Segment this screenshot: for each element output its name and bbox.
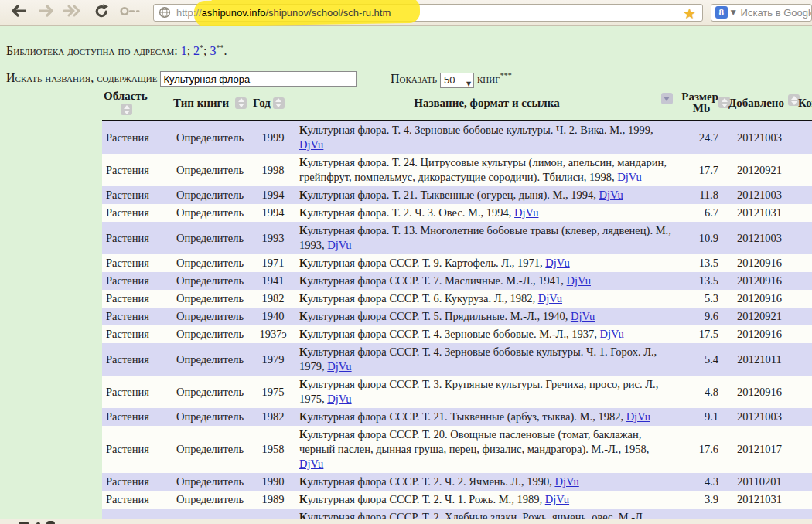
djvu-link[interactable]: DjVu xyxy=(327,360,351,373)
djvu-link[interactable]: DjVu xyxy=(554,475,578,488)
reload-button[interactable] xyxy=(94,4,109,22)
cell-added: 20121017 xyxy=(725,426,793,473)
cell-type: Определитель xyxy=(172,308,251,325)
cell-size: 11.8 xyxy=(677,186,725,204)
cell-added: 20110201 xyxy=(725,473,793,491)
cell-size: 9.1 xyxy=(677,408,725,426)
page-content: Библиотека доступна по адресам: 1; 2*; 3… xyxy=(0,26,812,519)
djvu-link[interactable]: DjVu xyxy=(571,310,595,322)
djvu-link[interactable]: DjVu xyxy=(599,189,623,201)
book-table: Область Тип книги Год Название, формат и… xyxy=(102,88,812,524)
cell-region: Растения xyxy=(102,290,172,308)
header-type[interactable]: Тип книги xyxy=(172,88,251,121)
fast-forward-button[interactable] xyxy=(63,5,84,20)
table-row: Растения Определитель 1941 Культурная фл… xyxy=(102,272,812,290)
sort-icon-type[interactable] xyxy=(235,97,247,109)
header-comment[interactable]: Ком xyxy=(793,88,812,121)
cell-added: 20120921 xyxy=(725,308,793,325)
cell-region: Растения xyxy=(102,325,172,343)
book-title: Культурная флора СССР. Т. 7. Масличные. … xyxy=(295,272,677,290)
engine-dropdown-caret-icon[interactable]: ▼ xyxy=(731,9,736,16)
cell-size: 4.3 xyxy=(677,473,725,491)
cell-size: 17.6 xyxy=(677,426,725,473)
table-row: Растения Определитель 1958 Культурная фл… xyxy=(102,426,812,473)
djvu-link[interactable]: DjVu xyxy=(327,239,351,251)
mirror-link-3[interactable]: 3 xyxy=(210,44,217,57)
cell-region: Растения xyxy=(102,491,172,509)
sort-icon-year[interactable] xyxy=(273,97,285,109)
fast-forward-icon xyxy=(63,5,84,20)
book-title: Культурная флора. Т. 21. Тыквенные (огур… xyxy=(295,186,677,204)
mirror-link-1[interactable]: 1 xyxy=(181,44,187,57)
djvu-link[interactable]: DjVu xyxy=(514,206,538,219)
title-search-input[interactable] xyxy=(160,71,357,87)
mirror-link-2[interactable]: 2 xyxy=(193,44,200,57)
books-suffix: книг xyxy=(477,72,500,85)
table-row: Растения Определитель 1994 Культурная фл… xyxy=(102,186,812,204)
header-title[interactable]: Название, формат и ссылка xyxy=(295,88,677,121)
cell-type: Определитель xyxy=(172,491,251,509)
show-count-select[interactable]: 50 ▼ xyxy=(440,73,474,88)
cell-added: 20121031 xyxy=(725,204,793,222)
table-row: Растения Определитель 1940 Культурная фл… xyxy=(102,308,812,325)
cell-year: 1994 xyxy=(251,186,295,204)
cell-comment xyxy=(793,222,812,254)
cell-added: 20121003 xyxy=(725,408,793,426)
cell-type: Определитель xyxy=(172,376,251,408)
cell-added: 20120916 xyxy=(725,254,793,272)
header-year[interactable]: Год xyxy=(251,88,295,121)
header-region[interactable]: Область xyxy=(102,88,172,121)
djvu-link[interactable]: DjVu xyxy=(327,393,351,405)
djvu-link[interactable]: DjVu xyxy=(600,328,624,340)
cell-region: Растения xyxy=(102,186,172,204)
globe-icon[interactable] xyxy=(159,6,171,19)
book-title: Культурная флора СССР. Т. 20. Овощные па… xyxy=(295,426,677,473)
cell-type: Определитель xyxy=(172,290,251,308)
cell-comment xyxy=(793,408,812,426)
djvu-link[interactable]: DjVu xyxy=(626,410,650,423)
search-label: Искать названия, содержащие xyxy=(6,71,157,84)
cell-comment xyxy=(793,254,812,272)
book-title: Культурная флора. Т. 2. Ч. 3. Овес. М., … xyxy=(295,204,677,222)
djvu-link[interactable]: DjVu xyxy=(299,138,323,151)
google-engine-icon[interactable]: 8 xyxy=(715,6,728,19)
djvu-link[interactable]: DjVu xyxy=(299,458,323,470)
djvu-link[interactable]: DjVu xyxy=(545,493,569,505)
djvu-link[interactable]: DjVu xyxy=(567,274,591,287)
cell-year: 1999 xyxy=(251,121,295,154)
table-row: Растения Определитель 1994 Культурная фл… xyxy=(102,204,812,222)
header-added[interactable]: Добавлено xyxy=(725,88,793,121)
engine-search-label: Искать в Google xyxy=(741,7,812,19)
cell-year: 1941 xyxy=(251,272,295,290)
cell-added: 20121003 xyxy=(725,186,793,204)
show-label: Показать xyxy=(391,72,437,85)
cell-year: 1982 xyxy=(251,408,295,426)
book-title: Культурная флора. Т. 4. Зерновые бобовые… xyxy=(295,121,677,154)
bookmark-star-icon[interactable]: ★ xyxy=(684,5,696,22)
cell-size: 10.9 xyxy=(677,222,725,254)
header-size[interactable]: Размер,Mb xyxy=(677,88,725,121)
cell-type: Определитель xyxy=(172,272,251,290)
cell-added: 20120916 xyxy=(725,272,793,290)
cell-region: Растения xyxy=(102,308,172,325)
cell-added: 20120921 xyxy=(725,154,793,186)
cell-comment xyxy=(793,186,812,204)
sort-icon-region[interactable] xyxy=(121,104,132,115)
key-button[interactable] xyxy=(120,5,141,19)
book-table-body: Растения Определитель 1999 Культурная фл… xyxy=(102,121,812,524)
djvu-link[interactable]: DjVu xyxy=(545,257,569,269)
cell-region: Растения xyxy=(102,343,172,376)
djvu-link[interactable]: DjVu xyxy=(538,292,562,305)
back-button[interactable] xyxy=(9,5,26,20)
cell-region: Растения xyxy=(102,222,172,254)
cell-comment xyxy=(793,154,812,186)
show-count-group: Показать 50 ▼ книг*** xyxy=(391,71,512,88)
djvu-link[interactable]: DjVu xyxy=(617,171,641,183)
sort-desc-icon-title[interactable] xyxy=(661,93,673,104)
forward-button[interactable] xyxy=(39,5,56,20)
cell-type: Определитель xyxy=(172,343,251,376)
cell-type: Определитель xyxy=(172,121,251,154)
table-row: Растения Определитель 1975 Культурная фл… xyxy=(102,376,812,408)
search-engine-box[interactable]: 8 ▼ Искать в Google xyxy=(711,4,812,22)
url-bar[interactable]: http://ashipunov.info/shipunov/school/sc… xyxy=(153,4,703,22)
